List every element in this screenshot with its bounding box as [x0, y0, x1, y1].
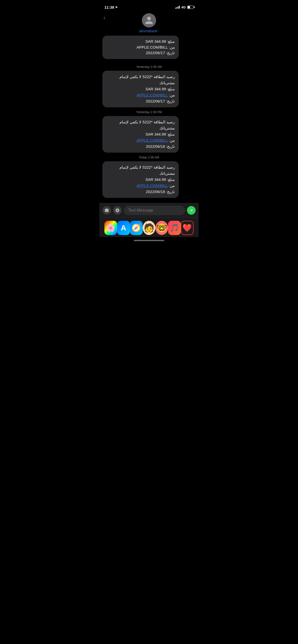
timestamp-2: Yesterday 2:36 PM: [102, 110, 196, 114]
message-bubble-2: رصيد البطاقة *5222 لا يكفي لإتمام مشتريا…: [102, 116, 179, 153]
msg3-amount: مبلغ: SAR 344.99: [106, 177, 175, 183]
partial-message-bubble: مبلغ: SAR 344.99 من: APPLE.COM/BILL تاري…: [102, 36, 179, 59]
msg3-line2: مشترياتك: [106, 170, 175, 177]
dock-photos-icon[interactable]: 🌸: [104, 221, 117, 235]
msg1-line2: مشترياتك: [106, 80, 175, 86]
timestamp-1: Yesterday 2:36 AM: [102, 65, 196, 69]
status-bar: 11:38 ➤ 4G: [99, 0, 199, 12]
message-input[interactable]: [124, 206, 185, 215]
partial-from: من: APPLE.COM/BILL: [106, 45, 175, 50]
back-button[interactable]: ‹: [103, 14, 105, 21]
msg2-date: تاريخ: 2022/06/18: [106, 143, 175, 150]
dock-fitness-icon[interactable]: ❤️: [181, 221, 194, 235]
msg2-amount: مبلغ: SAR 344.99: [106, 131, 175, 137]
msg1-date: تاريخ: 2022/06/17: [106, 98, 175, 104]
apps-button[interactable]: [113, 206, 122, 215]
send-icon: [189, 208, 193, 212]
chevron-right-icon: ›: [158, 29, 159, 33]
camera-button[interactable]: [102, 206, 111, 215]
camera-icon: [104, 208, 109, 213]
status-time: 11:38 ➤: [104, 5, 118, 9]
home-indicator: [99, 237, 199, 244]
timestamp-3: Today 2:36 AM: [102, 156, 196, 159]
message-bubble-1: رصيد البطاقة *5222 لا يكفي لإتمام مشتريا…: [102, 71, 179, 107]
msg3-line1: رصيد البطاقة *5222 لا يكفي لإتمام: [106, 164, 175, 170]
msg3-from: من: APPLE.COM/BILL: [106, 183, 175, 189]
nav-header: ‹ alinmabank ›: [99, 12, 199, 36]
input-bar: [99, 203, 199, 217]
dock: 🌸 A 🧭 🧑 🤓 🎵 ❤️: [99, 217, 199, 237]
contact-name[interactable]: alinmabank ›: [139, 29, 159, 33]
msg1-from: من: APPLE.COM/BILL: [106, 92, 175, 98]
apps-icon: [115, 208, 120, 213]
person-icon: [144, 16, 154, 25]
battery-icon: [187, 6, 194, 9]
status-right: 4G: [175, 5, 194, 9]
dock-memoji1-icon[interactable]: 🧑: [143, 221, 155, 235]
send-button[interactable]: [187, 206, 196, 215]
msg2-line2: مشترياتك: [106, 125, 175, 131]
dock-appstore-icon[interactable]: A: [117, 221, 130, 235]
location-icon: ➤: [115, 5, 118, 9]
msg3-date: تاريخ: 2022/06/18: [106, 189, 175, 195]
message-bubble-3: رصيد البطاقة *5222 لا يكفي لإتمام مشتريا…: [102, 161, 179, 198]
msg2-line1: رصيد البطاقة *5222 لا يكفي لإتمام: [106, 119, 175, 125]
dock-safari-icon[interactable]: 🧭: [130, 221, 143, 235]
messages-area: مبلغ: SAR 344.99 من: APPLE.COM/BILL تاري…: [99, 36, 199, 199]
network-label: 4G: [181, 5, 186, 9]
msg1-amount: مبلغ: SAR 344.99: [106, 86, 175, 92]
dock-music-icon[interactable]: 🎵: [168, 221, 181, 235]
partial-date: تاريخ: 2022/06/17: [106, 50, 175, 56]
dock-memoji2-icon[interactable]: 🤓: [155, 221, 168, 235]
msg2-from: من: APPLE.COM/BILL: [106, 137, 175, 143]
home-bar: [134, 240, 164, 241]
msg1-line1: رصيد البطاقة *5222 لا يكفي لإتمام: [106, 74, 175, 80]
signal-icon: [175, 6, 180, 9]
contact-avatar: [142, 13, 156, 27]
partial-amount: مبلغ: SAR 344.99: [106, 39, 175, 45]
time-label: 11:38: [104, 5, 114, 9]
